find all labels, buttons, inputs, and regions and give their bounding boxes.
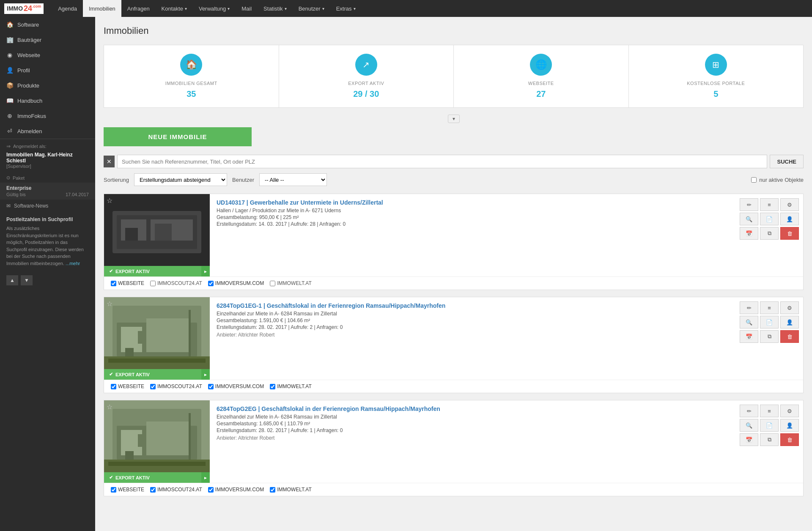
person-button[interactable]: 👤 xyxy=(780,316,799,328)
stat-card-export[interactable]: ↗ EXPORT AKTIV 29 / 30 xyxy=(279,45,454,107)
building-icon: 🏢 xyxy=(6,36,13,43)
nav-item-extras[interactable]: Extras▾ xyxy=(330,0,362,17)
portal-immoscout-checkbox[interactable] xyxy=(150,384,156,389)
nav-item-mail[interactable]: Mail xyxy=(236,0,258,17)
nav-item-verwaltung[interactable]: Verwaltung▾ xyxy=(193,0,236,17)
person-button[interactable]: 👤 xyxy=(780,419,799,432)
sidebar-item-bautraeger[interactable]: 🏢 Bauträger xyxy=(0,32,95,47)
neue-immobilie-button[interactable]: NEUE IMMOBILIE xyxy=(104,127,252,146)
sidebar-news[interactable]: ✉ Software-News xyxy=(0,200,95,212)
star-icon[interactable]: ☆ xyxy=(107,197,112,205)
export-aktiv-badge[interactable]: ✔ EXPORT AKTIV xyxy=(104,472,201,483)
export-aktiv-label: EXPORT AKTIV xyxy=(115,372,150,377)
aktiv-checkbox[interactable] xyxy=(751,177,757,183)
sidebar-label-handbuch: Handbuch xyxy=(17,98,42,104)
stat-card-webseite[interactable]: 🌐 WEBSEITE 27 xyxy=(454,45,629,107)
portal-immoversum-checkbox[interactable] xyxy=(208,281,214,286)
search-input[interactable] xyxy=(117,155,767,168)
sidebar-label-webseite: Webseite xyxy=(17,52,40,58)
export-aktiv-badge[interactable]: ✔ EXPORT AKTIV xyxy=(104,369,201,380)
settings-button[interactable]: ⚙ xyxy=(780,301,799,314)
list-button[interactable]: ≡ xyxy=(760,198,779,211)
export-aktiv-badge[interactable]: ✔ EXPORT AKTIV xyxy=(104,266,201,276)
search-bar: ✕ SUCHE xyxy=(104,155,804,168)
star-icon[interactable]: ☆ xyxy=(107,403,112,411)
portal-immoversum-checkbox[interactable] xyxy=(208,384,214,389)
edit-button[interactable]: ✏ xyxy=(740,198,758,211)
sidebar-nav-section: 🏠 Software 🏢 Bauträger ◉ Webseite 👤 Prof… xyxy=(0,17,95,139)
copy-button[interactable]: ⧉ xyxy=(760,330,779,343)
portal-immowelt-checkbox[interactable] xyxy=(270,281,275,286)
export-arrow-button[interactable]: ▸ xyxy=(201,266,210,276)
logo[interactable]: IMMO 24.com xyxy=(4,3,44,14)
sidebar-item-webseite[interactable]: ◉ Webseite xyxy=(0,47,95,63)
calendar-button[interactable]: 📅 xyxy=(740,330,758,343)
portal-immoscout-checkbox[interactable] xyxy=(150,487,156,493)
nav-item-benutzer[interactable]: Benutzer▾ xyxy=(293,0,330,17)
listing-thumbnail-svg xyxy=(104,297,210,369)
copy-button[interactable]: ⧉ xyxy=(760,227,779,240)
doc-button[interactable]: 📄 xyxy=(760,213,779,225)
nav-item-immobilien[interactable]: Immobilien xyxy=(83,0,121,17)
portal-webseite-checkbox[interactable] xyxy=(111,281,116,286)
search-clear-button[interactable]: ✕ xyxy=(104,156,115,167)
search-action-button[interactable]: 🔍 xyxy=(740,213,758,225)
nav-item-kontakte[interactable]: Kontakte▾ xyxy=(156,0,193,17)
settings-button[interactable]: ⚙ xyxy=(780,198,799,211)
calendar-button[interactable]: 📅 xyxy=(740,433,758,446)
portal-webseite-checkbox[interactable] xyxy=(111,384,116,389)
copy-button[interactable]: ⧉ xyxy=(760,433,779,446)
benutzer-select[interactable]: -- Alle -- xyxy=(259,173,327,186)
stat-icon-export: ↗ xyxy=(355,54,377,76)
person-button[interactable]: 👤 xyxy=(780,213,799,225)
plz-title: Postleitzahlen in Suchprofil xyxy=(6,216,89,222)
sort-select[interactable]: Erstellungsdatum absteigend xyxy=(134,173,227,186)
search-action-button[interactable]: 🔍 xyxy=(740,316,758,328)
edit-button[interactable]: ✏ xyxy=(740,405,758,417)
sidebar-item-produkte[interactable]: 📦 Produkte xyxy=(0,78,95,93)
portal-immoversum-checkbox[interactable] xyxy=(208,487,214,493)
sidebar-item-software[interactable]: 🏠 Software xyxy=(0,17,95,32)
portal-immowelt-checkbox[interactable] xyxy=(270,487,275,493)
doc-button[interactable]: 📄 xyxy=(760,419,779,432)
plz-more-link[interactable]: ...mehr xyxy=(66,261,80,266)
listing-title[interactable]: 6284TopG1EG-1 | Geschäftslokal in der Fe… xyxy=(217,302,729,309)
star-icon[interactable]: ☆ xyxy=(107,300,112,308)
portal-immoscout-checkbox[interactable] xyxy=(150,281,156,286)
search-button[interactable]: SUCHE xyxy=(770,155,804,168)
nav-item-statistik[interactable]: Statistik▾ xyxy=(258,0,293,17)
action-row-1: ✏ ≡ ⚙ xyxy=(740,405,799,417)
sidebar-item-immofokus[interactable]: ⊕ ImmoFokus xyxy=(0,108,95,123)
scroll-up-button[interactable]: ▲ xyxy=(6,275,18,285)
delete-button[interactable]: 🗑 xyxy=(780,330,799,343)
doc-button[interactable]: 📄 xyxy=(760,316,779,328)
stat-icon-webseite: 🌐 xyxy=(530,54,552,76)
export-arrow-button[interactable]: ▸ xyxy=(201,369,210,380)
collapse-button[interactable]: ▾ xyxy=(448,115,460,123)
portals-row: WEBSEITE IMMOSCOUT24.AT IMMOVERSUM.COM I… xyxy=(104,483,803,496)
action-row-3: 📅 ⧉ 🗑 xyxy=(740,227,799,240)
export-arrow-button[interactable]: ▸ xyxy=(201,472,210,483)
search-action-button[interactable]: 🔍 xyxy=(740,419,758,432)
list-button[interactable]: ≡ xyxy=(760,301,779,314)
portal-webseite-checkbox[interactable] xyxy=(111,487,116,493)
listing-title[interactable]: 6284TopG2EG | Geschäftslokal in der Feri… xyxy=(217,405,729,412)
listing-title[interactable]: UD140317 | Gewerbehalle zur Untermiete i… xyxy=(217,199,729,206)
portal-webseite: WEBSEITE xyxy=(111,487,144,493)
edit-button[interactable]: ✏ xyxy=(740,301,758,314)
nav-item-anfragen[interactable]: Anfragen xyxy=(121,0,156,17)
stat-card-portale[interactable]: ⊞ KOSTENLOSE PORTALE 5 xyxy=(629,45,804,107)
scroll-down-button[interactable]: ▼ xyxy=(21,275,33,285)
calendar-button[interactable]: 📅 xyxy=(740,227,758,240)
portal-immowelt-checkbox[interactable] xyxy=(270,384,275,389)
stat-card-gesamt[interactable]: 🏠 IMMOBILIEN GESAMT 35 xyxy=(104,45,279,107)
settings-button[interactable]: ⚙ xyxy=(780,405,799,417)
nav-item-agenda[interactable]: Agenda xyxy=(52,0,83,17)
list-button[interactable]: ≡ xyxy=(760,405,779,417)
sidebar-item-handbuch[interactable]: 📖 Handbuch xyxy=(0,93,95,108)
sidebar-item-profil[interactable]: 👤 Profil xyxy=(0,63,95,78)
delete-button[interactable]: 🗑 xyxy=(780,433,799,446)
portal-immowelt: IMMOWELT.AT xyxy=(270,487,312,493)
sidebar-item-abmelden[interactable]: ⏎ Abmelden xyxy=(0,123,95,139)
delete-button[interactable]: 🗑 xyxy=(780,227,799,240)
